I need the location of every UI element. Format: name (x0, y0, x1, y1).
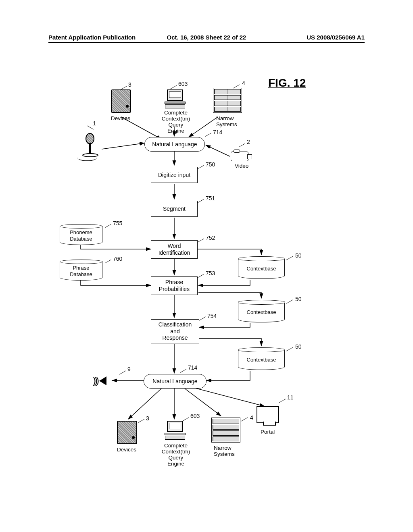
svg-line-15 (194, 388, 265, 406)
contextbase-3: Contextbase (238, 347, 285, 370)
ref-751: 751 (206, 195, 215, 202)
ref-760: 760 (113, 256, 122, 262)
contextbase-1: Contextbase (238, 256, 285, 279)
ref-714-top: 714 (213, 129, 222, 135)
phrase-prob-label: Phrase Probabilities (159, 279, 190, 293)
phrase-prob-box: Phrase Probabilities (151, 276, 198, 295)
page: Patent Application Publication Oct. 16, … (0, 0, 413, 532)
ref-603-bottom: 603 (190, 413, 200, 419)
video-label: Video (235, 163, 248, 169)
devices-label-top: Devices (111, 115, 130, 121)
ref-754: 754 (207, 313, 217, 319)
ref-4-top: 4 (242, 80, 245, 86)
classification-box: Classification and Response (151, 319, 199, 343)
ref-755: 755 (113, 220, 122, 227)
devices-label-bottom: Devices (117, 447, 136, 453)
rack-bottom-icon (211, 418, 240, 443)
narrow-systems-label-bottom: Narrow Systems (214, 445, 235, 457)
svg-line-3 (102, 143, 144, 149)
ref-4-bottom: 4 (250, 414, 253, 421)
camcorder-icon (231, 152, 248, 161)
ref-50-1: 50 (295, 252, 302, 259)
natural-language-top: Natural Language (144, 137, 205, 152)
ref-2: 2 (247, 139, 250, 145)
svg-line-12 (128, 389, 161, 419)
ref-11: 11 (287, 394, 294, 401)
phoneme-db: Phoneme Database (60, 224, 102, 245)
header-mid: Oct. 16, 2008 Sheet 22 of 22 (154, 34, 259, 42)
word-id-box: Word Identification (151, 240, 198, 259)
natural-language-bottom: Natural Language (144, 374, 206, 389)
microphone-icon (80, 133, 102, 157)
figure-title: FIG. 12 (268, 77, 306, 89)
query-engine-label-top: Complete Context(tm) Query Engine (160, 110, 192, 134)
ref-9: 9 (127, 366, 131, 372)
segment-box: Segment (151, 201, 198, 217)
digitize-label: Digitize input (158, 172, 190, 179)
rack-top-icon (213, 88, 242, 113)
natural-language-bottom-label: Natural Language (152, 378, 197, 385)
contextbase-3-label: Contextbase (247, 357, 276, 363)
header-left: Patent Application Publication (48, 34, 154, 42)
classification-label: Classification and Response (159, 321, 192, 341)
speaker-icon: ))) (95, 375, 109, 387)
segment-label: Segment (163, 206, 186, 212)
svg-line-4 (206, 145, 230, 156)
contextbase-2-label: Contextbase (247, 309, 276, 316)
ref-50-3: 50 (295, 343, 302, 350)
ref-603-top: 603 (178, 81, 188, 87)
contextbase-2: Contextbase (238, 300, 285, 322)
crt-icon (257, 406, 279, 423)
ref-752: 752 (206, 235, 215, 241)
ref-753: 753 (206, 270, 215, 276)
ref-50-2: 50 (295, 296, 302, 302)
ref-750: 750 (206, 161, 215, 168)
ref-3-top: 3 (128, 81, 131, 88)
digitize-input-box: Digitize input (151, 167, 198, 183)
phrase-db: Phrase Database (60, 260, 102, 281)
page-header: Patent Application Publication Oct. 16, … (48, 34, 365, 43)
pc-top-icon (165, 89, 186, 108)
natural-language-top-label: Natural Language (152, 141, 197, 148)
ref-1: 1 (93, 120, 96, 127)
phoneme-db-label: Phoneme Database (70, 229, 92, 242)
phrase-db-label: Phrase Database (70, 265, 92, 277)
svg-line-14 (185, 389, 221, 416)
pda-bottom-icon (117, 421, 137, 444)
narrow-systems-label-top: Narrow Systems (216, 115, 237, 127)
word-id-label: Word Identification (159, 243, 190, 256)
portal-label: Portal (261, 429, 275, 435)
ref-3-bottom: 3 (146, 415, 149, 422)
ref-714-bottom: 714 (188, 364, 197, 371)
contextbase-1-label: Contextbase (247, 266, 276, 272)
header-right: US 2008/0256069 A1 (259, 34, 365, 42)
query-engine-label-bottom: Complete Context(tm) Query Engine (160, 443, 192, 467)
